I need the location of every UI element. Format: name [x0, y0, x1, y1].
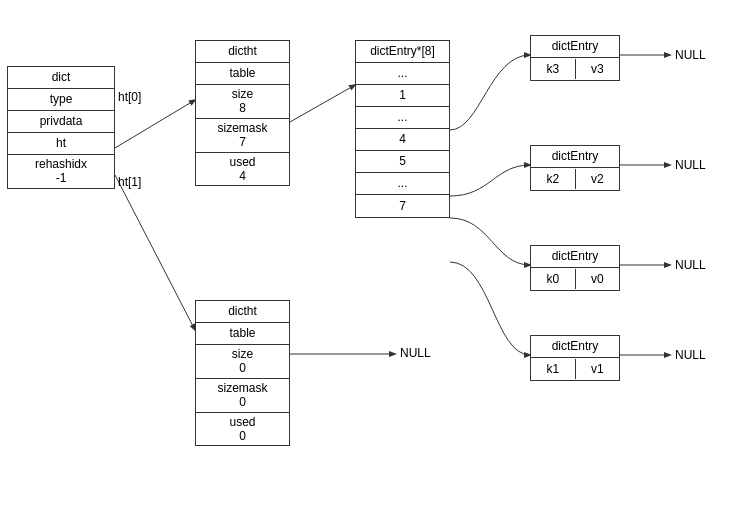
- diagram: dict type privdata ht rehashidx-1 ht[0] …: [0, 0, 748, 514]
- dict-ht: ht: [8, 133, 114, 155]
- null-dictht1: NULL: [400, 346, 431, 360]
- dictht0-used: used4: [196, 153, 289, 186]
- ht0-label: ht[0]: [118, 90, 141, 104]
- dict-box: dict type privdata ht rehashidx-1: [7, 66, 115, 189]
- dict-label: dict: [8, 67, 114, 89]
- svg-line-1: [115, 175, 195, 330]
- array-row1: 1: [356, 85, 449, 107]
- entry-k2v2-label: dictEntry: [531, 146, 619, 168]
- array-row2: ...: [356, 107, 449, 129]
- entry-k2v2: dictEntry k2 v2: [530, 145, 620, 191]
- entry-k3v3: dictEntry k3 v3: [530, 35, 620, 81]
- array-row5: ...: [356, 173, 449, 195]
- null-k3v3: NULL: [675, 48, 706, 62]
- dictht1-sizemask: sizemask0: [196, 379, 289, 413]
- entry-k0v0-label: dictEntry: [531, 246, 619, 268]
- dictht0-size: size8: [196, 85, 289, 119]
- dictht1-label: dictht: [196, 301, 289, 323]
- null-k1v1: NULL: [675, 348, 706, 362]
- null-k2v2: NULL: [675, 158, 706, 172]
- dict-entry-array-box: dictEntry*[8] ... 1 ... 4 5 ... 7: [355, 40, 450, 218]
- dictht1-table: table: [196, 323, 289, 345]
- array-header: dictEntry*[8]: [356, 41, 449, 63]
- array-row4: 5: [356, 151, 449, 173]
- entry-k1v1-label: dictEntry: [531, 336, 619, 358]
- ht1-label: ht[1]: [118, 175, 141, 189]
- array-row3: 4: [356, 129, 449, 151]
- null-k0v0: NULL: [675, 258, 706, 272]
- svg-line-0: [115, 100, 195, 148]
- entry-k2v2-kv: k2 v2: [531, 168, 619, 190]
- dictht0-label: dictht: [196, 41, 289, 63]
- dict-rehashidx: rehashidx-1: [8, 155, 114, 188]
- entry-k0v0-kv: k0 v0: [531, 268, 619, 290]
- entry-k1v1-kv: k1 v1: [531, 358, 619, 380]
- dictht0-box: dictht table size8 sizemask7 used4: [195, 40, 290, 186]
- entry-k0v0: dictEntry k0 v0: [530, 245, 620, 291]
- entry-k3v3-kv: k3 v3: [531, 58, 619, 80]
- dict-privdata: privdata: [8, 111, 114, 133]
- dictht1-size: size0: [196, 345, 289, 379]
- dictht1-box: dictht table size0 sizemask0 used0: [195, 300, 290, 446]
- dictht0-sizemask: sizemask7: [196, 119, 289, 153]
- entry-k1v1: dictEntry k1 v1: [530, 335, 620, 381]
- array-row0: ...: [356, 63, 449, 85]
- svg-line-2: [290, 85, 355, 122]
- dict-type: type: [8, 89, 114, 111]
- array-row6: 7: [356, 195, 449, 217]
- dictht1-used: used0: [196, 413, 289, 446]
- entry-k3v3-label: dictEntry: [531, 36, 619, 58]
- dictht0-table: table: [196, 63, 289, 85]
